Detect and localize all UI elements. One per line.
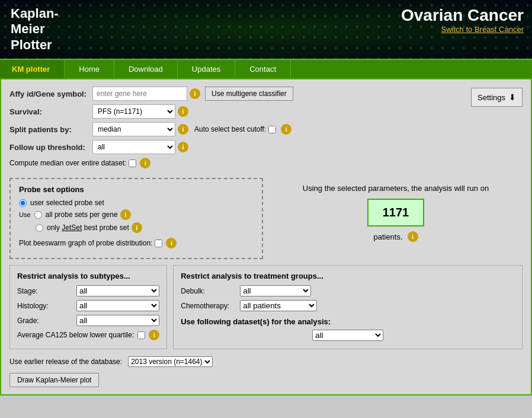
survival-info-icon[interactable]: i <box>178 106 188 117</box>
survival-select[interactable]: PFS (n=1171) <box>92 104 175 119</box>
settings-button[interactable]: Settings ⬇ <box>471 88 523 107</box>
gene-info-icon[interactable]: i <box>190 88 200 99</box>
compute-median-info-icon[interactable]: i <box>140 158 150 168</box>
grade-label: Grade: <box>17 317 76 325</box>
probe-option1-radio[interactable] <box>19 199 27 207</box>
dataset-select[interactable]: all <box>312 330 383 341</box>
gene-label: Affy id/Gene symbol: <box>9 90 92 98</box>
probe-option2-label: all probe sets per gene <box>46 210 118 219</box>
average-info-icon[interactable]: i <box>149 330 159 340</box>
followup-info-icon[interactable]: i <box>178 142 188 152</box>
gene-input[interactable] <box>92 87 187 101</box>
multigene-classifier-button[interactable]: Use multigene classifier <box>205 87 293 101</box>
followup-label: Follow up threshold: <box>9 143 92 152</box>
nav-item-updates[interactable]: Updates <box>178 60 235 78</box>
treatment-title: Restrict analysis to treatment groups... <box>181 272 515 280</box>
split-label: Split patients by: <box>9 125 92 134</box>
stage-select[interactable]: all <box>76 285 159 296</box>
probe-option2-radio[interactable] <box>34 211 42 219</box>
use-label: Use <box>19 211 31 218</box>
beeswarm-info-icon[interactable]: i <box>166 238 177 248</box>
subtype-title: Restrict analysis to subtypes... <box>17 272 159 280</box>
dataset-title: Use following dataset(s) for the analysi… <box>181 317 515 326</box>
histology-label: Histology: <box>17 302 76 310</box>
probe-option3-label: only JetSet best probe set <box>47 224 129 232</box>
auto-select-label: Auto select best cutoff: <box>194 125 266 133</box>
probe-set-title: Probe set options <box>19 185 254 194</box>
auto-select-checkbox[interactable] <box>268 126 276 133</box>
split-select[interactable]: median <box>92 122 175 136</box>
grade-select[interactable]: all <box>76 315 159 326</box>
probe-option2-info-icon[interactable]: i <box>120 209 131 220</box>
survival-label: Survival: <box>9 107 92 116</box>
average-label: Average CA125 below lower quartile: <box>17 331 134 339</box>
beeswarm-checkbox[interactable] <box>155 240 162 247</box>
followup-select[interactable]: all <box>92 140 175 154</box>
probe-option1-label: user selected probe set <box>30 199 104 207</box>
average-checkbox[interactable] <box>137 331 145 339</box>
compute-median-label: Compute median over entire dataset: <box>9 159 126 167</box>
probe-option3-info-icon[interactable]: i <box>132 222 142 233</box>
patient-count-text: Using the selected parameters, the analy… <box>303 184 489 193</box>
chemo-select[interactable]: all patients <box>240 300 317 311</box>
page-title: Ovarian Cancer <box>401 6 524 25</box>
split-info-icon[interactable]: i <box>178 124 188 135</box>
chemo-label: Chemotherapy: <box>181 302 240 310</box>
draw-plot-button[interactable]: Draw Kaplan-Meier plot <box>9 373 99 387</box>
nav-item-contact[interactable]: Contact <box>235 60 291 78</box>
patient-count-value: 1171 <box>367 199 425 226</box>
nav-item-km-plotter[interactable]: KM plotter <box>0 60 65 78</box>
beeswarm-label: Plot beeswarm graph of probe distributio… <box>19 239 152 247</box>
histology-select[interactable]: all <box>76 300 159 311</box>
compute-median-checkbox[interactable] <box>129 159 136 167</box>
nav-item-home[interactable]: Home <box>65 60 114 78</box>
debulk-label: Debulk: <box>181 287 240 295</box>
switch-cancer-link[interactable]: Switch to Breast Cancer <box>441 25 524 34</box>
patients-label: patients. i <box>373 231 418 242</box>
auto-select-info-icon[interactable]: i <box>281 124 291 135</box>
app-logo: Kaplan- Meier Plotter <box>0 0 69 59</box>
settings-arrow-icon: ⬇ <box>509 92 516 102</box>
release-select[interactable]: 2013 version (n=1464) <box>128 356 213 367</box>
stage-label: Stage: <box>17 287 76 295</box>
release-label: Use earlier release of the database: <box>9 358 122 366</box>
probe-option3-radio[interactable] <box>36 224 43 232</box>
main-content: Affy id/Gene symbol: i Use multigene cla… <box>0 78 532 395</box>
patients-info-icon[interactable]: i <box>408 231 418 242</box>
navbar: KM plotter Home Download Updates Contact <box>0 59 532 78</box>
debulk-select[interactable]: all <box>240 285 311 296</box>
nav-item-download[interactable]: Download <box>114 60 178 78</box>
